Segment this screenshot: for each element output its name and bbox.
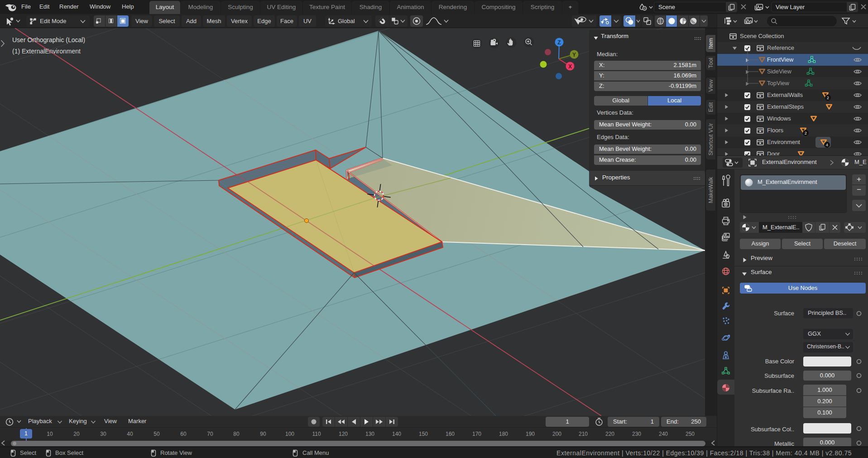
svg-text:(1) ExternalEnvironment: (1) ExternalEnvironment <box>12 48 81 55</box>
svg-text:Y: Y <box>572 52 576 58</box>
svg-text:X: X <box>568 63 572 70</box>
svg-text:User Orthographic (Local): User Orthographic (Local) <box>12 36 85 43</box>
svg-text:Z: Z <box>557 39 561 46</box>
